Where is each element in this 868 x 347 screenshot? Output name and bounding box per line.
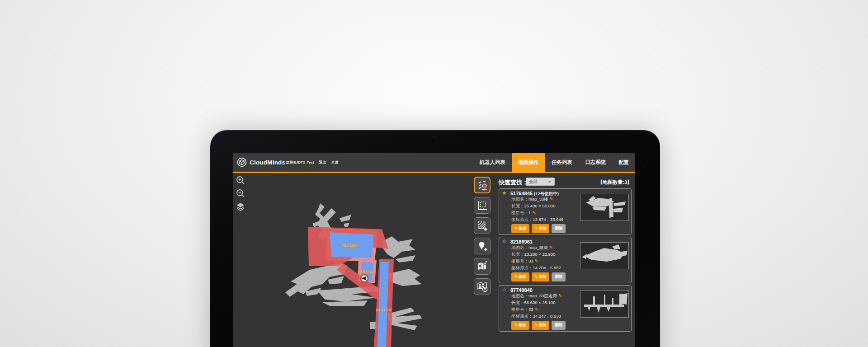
copy-map-button[interactable]: ✎复制 xyxy=(532,321,550,330)
brand: CloudMinds xyxy=(237,153,285,172)
field-floor: 楼层号：33✎ xyxy=(511,307,538,313)
cloudminds-logo-icon xyxy=(237,157,247,167)
area-label-small-room: 8.614m² xyxy=(360,269,374,274)
area-label-large-room: 40.519m² xyxy=(341,243,359,248)
add-marker-icon xyxy=(476,240,488,252)
edit-map-button[interactable]: ✎修改 xyxy=(511,224,529,233)
floor-map: 40.519m² 8.614m² 80.215m² xyxy=(233,173,470,347)
field-map-name: 地图名：map_腿腿✎ xyxy=(511,245,553,251)
map-card[interactable]: ★ 51764845 (12号使用中) 地图名：map_33楼✎ 长宽：25.4… xyxy=(499,188,632,235)
map-thumbnail-image xyxy=(580,194,628,220)
edit-map-button[interactable]: ✎修改 xyxy=(511,321,529,330)
add-virtual-wall-icon xyxy=(476,220,488,232)
map-thumbnail[interactable] xyxy=(580,194,629,221)
edit-pencil-icon[interactable]: ✎ xyxy=(535,258,538,263)
chevron-down-icon xyxy=(548,181,552,183)
top-header: CloudMinds 欢迎BJDT2_Test 退出 全屏 机器人列表 地图操作… xyxy=(233,153,635,172)
field-floor: 楼层号：1✎ xyxy=(511,210,536,216)
map-id: 87749840 xyxy=(510,287,533,293)
add-virtual-wall-tool[interactable] xyxy=(474,217,491,234)
favorite-star-icon[interactable]: ★ xyxy=(502,190,507,196)
page-background: CloudMinds 欢迎BJDT2_Test 退出 全屏 机器人列表 地图操作… xyxy=(0,0,868,347)
layers-icon[interactable] xyxy=(236,202,245,211)
map-walls xyxy=(285,203,422,330)
map-card-list: ★ 51764845 (12号使用中) 地图名：map_33楼✎ 长宽：25.4… xyxy=(499,188,632,333)
field-dimensions: 长宽：56.600 × 25.100 xyxy=(511,300,555,306)
delete-map-button[interactable]: 删除 xyxy=(552,272,566,281)
field-origin: 坐标原点：12.874，33.946 xyxy=(511,217,563,223)
webcam-dot xyxy=(434,135,436,137)
map-filter-value: 全部 xyxy=(526,179,548,185)
brand-name: CloudMinds xyxy=(250,159,285,166)
measure-area-tool[interactable] xyxy=(474,197,491,214)
map-thumbnail-image xyxy=(580,291,628,317)
tab-configuration[interactable]: 配置 xyxy=(612,153,635,172)
edit-pencil-icon[interactable]: ✎ xyxy=(549,245,553,250)
map-id-suffix: (12号使用中) xyxy=(534,191,559,196)
tab-log-system[interactable]: 日志系统 xyxy=(579,153,612,172)
card-actions: ✎修改 ✎复制 删除 xyxy=(511,321,566,330)
delete-map-button[interactable]: 删除 xyxy=(552,321,566,330)
map-thumbnail[interactable] xyxy=(580,242,629,269)
map-canvas[interactable]: 40.519m² 8.614m² 80.215m² xyxy=(233,173,470,347)
welcome-text: 欢迎BJDT2_Test xyxy=(286,160,314,165)
add-marker-tool[interactable] xyxy=(474,238,491,254)
upload-map-tool[interactable] xyxy=(474,278,491,295)
edit-map-button[interactable]: ✎修改 xyxy=(511,272,529,281)
map-id: 82186961 xyxy=(510,239,533,244)
card-actions: ✎修改 ✎复制 删除 xyxy=(511,272,566,281)
field-origin: 坐标原点：34.247，8.533 xyxy=(511,314,561,319)
field-origin: 坐标原点：14.204，5.952 xyxy=(511,265,561,271)
session-links: 欢迎BJDT2_Test 退出 全屏 xyxy=(286,153,339,172)
fullscreen-link[interactable]: 全屏 xyxy=(331,160,339,165)
favorite-star-icon[interactable]: ☆ xyxy=(502,238,507,244)
card-actions: ✎修改 ✎复制 删除 xyxy=(511,224,566,233)
field-map-name: 地图名：map_33楼✎ xyxy=(511,197,553,202)
map-card[interactable]: ☆ 82186961 地图名：map_腿腿✎ 长宽：23.200 × 22.90… xyxy=(499,237,632,283)
field-dimensions: 长宽：23.200 × 22.900 xyxy=(511,252,555,258)
map-toolbar xyxy=(474,177,491,299)
robot-position-marker xyxy=(361,275,368,282)
zoom-in-icon[interactable] xyxy=(236,175,245,185)
upload-map-icon xyxy=(476,281,488,293)
app-screen: CloudMinds 欢迎BJDT2_Test 退出 全屏 机器人列表 地图操作… xyxy=(233,153,635,347)
map-thumbnail[interactable] xyxy=(580,291,629,318)
main-nav: 机器人列表 地图操作 任务列表 日志系统 配置 xyxy=(473,153,636,172)
copy-map-button[interactable]: ✎复制 xyxy=(532,224,550,233)
quick-search-label: 快速查找： xyxy=(499,178,528,187)
field-floor: 楼层号：33✎ xyxy=(511,258,538,264)
delete-map-button[interactable]: 删除 xyxy=(552,224,566,233)
field-map-name: 地图名：map_33层走廊✎ xyxy=(511,293,562,299)
edit-pencil-icon[interactable]: ✎ xyxy=(532,210,536,215)
field-dimensions: 长宽：25.400 × 50.000 xyxy=(511,203,555,209)
map-zoom-controls xyxy=(236,175,245,211)
map-count-badge: 【地图数量:3】 xyxy=(598,179,632,186)
edit-pencil-icon[interactable]: ✎ xyxy=(550,197,553,202)
map-card[interactable]: ☆ 87749840 地图名：map_33层走廊✎ 长宽：56.600 × 25… xyxy=(499,285,632,332)
remove-map-tool[interactable] xyxy=(474,258,491,275)
remove-map-icon xyxy=(476,260,488,272)
zoom-out-icon[interactable] xyxy=(236,188,245,198)
map-thumbnail-image xyxy=(580,243,628,269)
copy-map-button[interactable]: ✎复制 xyxy=(532,272,550,281)
tab-map-operations[interactable]: 地图操作 xyxy=(512,153,545,172)
tab-robot-list[interactable]: 机器人列表 xyxy=(473,153,512,172)
map-id: 51764845 (12号使用中) xyxy=(510,191,559,197)
edit-pencil-icon[interactable]: ✎ xyxy=(558,293,562,298)
logout-link[interactable]: 退出 xyxy=(319,160,326,165)
task-point-list-tool[interactable] xyxy=(474,177,491,193)
tab-task-list[interactable]: 任务列表 xyxy=(545,153,579,172)
laptop-mockup: CloudMinds 欢迎BJDT2_Test 退出 全屏 机器人列表 地图操作… xyxy=(210,130,660,347)
task-point-list-icon xyxy=(476,179,488,191)
area-label-corridor: 80.215m² xyxy=(376,308,392,312)
favorite-star-icon[interactable]: ☆ xyxy=(502,286,507,293)
measure-area-icon xyxy=(476,199,488,211)
edit-pencil-icon[interactable]: ✎ xyxy=(535,307,538,312)
map-filter-dropdown[interactable]: 全部 xyxy=(526,178,555,186)
